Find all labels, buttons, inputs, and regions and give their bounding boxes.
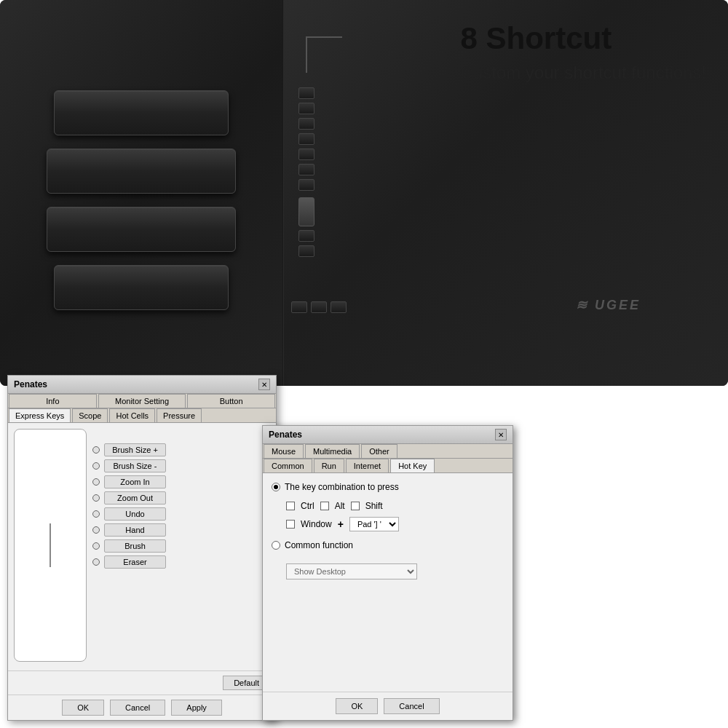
main-dialog-content: Brush Size + Brush Size - Zoom In Zoom O… <box>8 423 276 670</box>
key-indicator-2 <box>92 462 100 470</box>
tab-info[interactable]: Info <box>9 394 97 408</box>
strip-slider <box>298 197 314 226</box>
hotkey-cancel-button[interactable]: Cancel <box>384 698 439 714</box>
tablet-btn-4 <box>54 265 229 310</box>
strip-btn-6 <box>298 164 314 175</box>
hotkey-tab-run[interactable]: Run <box>314 459 344 472</box>
hotkey-dialog-titlebar: Penates ✕ <box>263 426 513 444</box>
main-dialog-title: Penates <box>14 379 47 389</box>
key-brush-size-minus[interactable]: Brush Size - <box>104 459 166 472</box>
strip-btn-1 <box>298 87 314 99</box>
tablet-side-strip <box>298 87 314 257</box>
ctrl-checkbox[interactable] <box>286 502 295 510</box>
key-undo[interactable]: Undo <box>104 507 166 521</box>
hotkey-dialog-title: Penates <box>269 430 302 440</box>
promo-text: 8 Shortcut Custom your shortcut function… <box>461 22 706 84</box>
main-dialog-buttons: OK Cancel Apply <box>8 695 276 720</box>
strip-btn-9 <box>298 245 314 257</box>
tablet-buttons-area <box>0 0 284 386</box>
strip-btn-4 <box>298 133 314 145</box>
radio-key-combo-label: The key combination to press <box>285 482 399 492</box>
tablet-corner-tl <box>306 36 342 73</box>
hotkey-tab-common[interactable]: Common <box>264 459 312 472</box>
key-eraser[interactable]: Eraser <box>104 555 166 569</box>
express-keys-list: Brush Size + Brush Size - Zoom In Zoom O… <box>92 429 270 665</box>
function-dropdown[interactable]: Show Desktop Maximize Window Minimize Wi… <box>286 563 417 579</box>
ctrl-label: Ctrl <box>301 501 314 511</box>
key-indicator-4 <box>92 494 100 502</box>
hotkey-tab-hotkey[interactable]: Hot Key <box>390 459 435 472</box>
strip-btn-3 <box>298 118 314 130</box>
tab-hot-cells[interactable]: Hot Cells <box>109 408 155 422</box>
main-tab-row-2: Express Keys Scope Hot Cells Pressure <box>8 408 276 423</box>
tablet-bottom-btns <box>291 301 347 313</box>
radio-common-label: Common function <box>285 540 353 550</box>
strip-btn-2 <box>298 103 314 114</box>
window-checkbox[interactable] <box>286 520 295 529</box>
hotkey-tab-multimedia[interactable]: Multimedia <box>305 444 360 458</box>
main-apply-button[interactable]: Apply <box>171 700 222 716</box>
shift-checkbox[interactable] <box>351 502 360 510</box>
radio-common-function: Common function <box>272 540 504 550</box>
promo-subtitle: Custom your shortcut functions! <box>461 61 706 84</box>
tablet-btn-2 <box>47 149 236 194</box>
express-key-row-8: Eraser <box>92 555 270 569</box>
key-combo-row: Window + Pad '] ' Pad '[ ' Pad '+' Pad '… <box>286 517 504 531</box>
hotkey-tab-mouse[interactable]: Mouse <box>264 444 304 458</box>
hotkey-footer: OK Cancel <box>263 692 513 720</box>
main-dialog-close[interactable]: ✕ <box>258 379 270 390</box>
tab-button[interactable]: Button <box>187 394 275 408</box>
shift-label: Shift <box>365 501 383 511</box>
key-indicator-1 <box>92 446 100 454</box>
hotkey-tab-row-1: Mouse Multimedia Other <box>263 444 513 459</box>
promo-title: 8 Shortcut <box>461 22 706 55</box>
key-indicator-7 <box>92 542 100 550</box>
radio-key-combo-circle[interactable] <box>272 483 280 491</box>
modifier-checkboxes: Ctrl Alt Shift <box>286 501 504 511</box>
main-dialog-titlebar: Penates ✕ <box>8 376 276 394</box>
alt-label: Alt <box>335 501 345 511</box>
plus-sign: + <box>338 518 344 530</box>
radio-common-circle[interactable] <box>272 541 280 550</box>
hotkey-tab-internet[interactable]: Internet <box>346 459 389 472</box>
key-indicator-3 <box>92 478 100 486</box>
key-dropdown[interactable]: Pad '] ' Pad '[ ' Pad '+' Pad '-' <box>349 517 399 531</box>
express-key-row-1: Brush Size + <box>92 443 270 456</box>
bottom-btn-3 <box>331 301 347 313</box>
hotkey-tab-other[interactable]: Other <box>361 444 397 458</box>
main-dialog-default-footer: Default <box>8 670 276 695</box>
alt-checkbox[interactable] <box>320 502 329 510</box>
main-cancel-button[interactable]: Cancel <box>110 700 165 716</box>
tab-express-keys[interactable]: Express Keys <box>9 408 71 422</box>
key-brush[interactable]: Brush <box>104 539 166 553</box>
bottom-btn-1 <box>291 301 307 313</box>
tab-pressure[interactable]: Pressure <box>157 408 202 422</box>
strip-btn-7 <box>298 179 314 191</box>
key-brush-size-plus[interactable]: Brush Size + <box>104 443 166 456</box>
tab-scope[interactable]: Scope <box>72 408 108 422</box>
window-label: Window <box>301 519 332 529</box>
hotkey-tab-row-2: Common Run Internet Hot Key <box>263 459 513 473</box>
penates-hotkey-dialog: Penates ✕ Mouse Multimedia Other Common … <box>262 425 513 721</box>
key-hand[interactable]: Hand <box>104 523 166 537</box>
express-key-row-2: Brush Size - <box>92 459 270 472</box>
tablet-btn-3 <box>47 207 236 252</box>
express-key-row-3: Zoom In <box>92 475 270 488</box>
tablet-btn-1 <box>54 90 229 135</box>
tab-monitor-setting[interactable]: Monitor Setting <box>98 394 186 408</box>
hotkey-content: The key combination to press Ctrl Alt Sh… <box>263 473 513 692</box>
bottom-btn-2 <box>311 301 327 313</box>
express-key-row-7: Brush <box>92 539 270 553</box>
hotkey-ok-button[interactable]: OK <box>336 698 378 714</box>
key-indicator-8 <box>92 558 100 566</box>
key-zoom-out[interactable]: Zoom Out <box>104 491 166 505</box>
main-ok-button[interactable]: OK <box>62 700 104 716</box>
express-key-row-6: Hand <box>92 523 270 537</box>
key-indicator-5 <box>92 510 100 518</box>
express-key-row-4: Zoom Out <box>92 491 270 505</box>
strip-btn-5 <box>298 149 314 160</box>
hotkey-dialog-close[interactable]: ✕ <box>495 429 507 440</box>
key-zoom-in[interactable]: Zoom In <box>104 475 166 488</box>
penates-main-dialog: Penates ✕ Info Monitor Setting Button Ex… <box>7 375 277 721</box>
express-key-row-5: Undo <box>92 507 270 521</box>
